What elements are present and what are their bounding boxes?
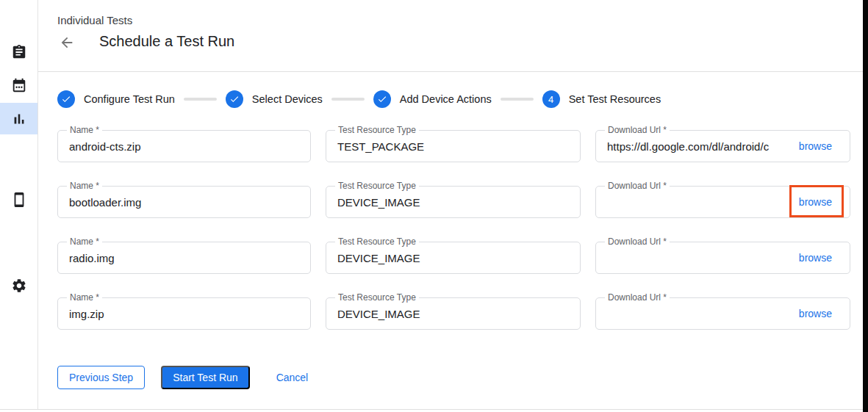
name-input[interactable] xyxy=(69,187,303,217)
step-set-test-resources[interactable]: 4 Set Test Resources xyxy=(542,90,661,108)
cancel-button[interactable]: Cancel xyxy=(276,366,309,389)
sidebar-item-test-plans[interactable] xyxy=(0,69,37,101)
step-label: Configure Test Run xyxy=(84,93,175,105)
calendar-icon xyxy=(11,77,27,93)
breadcrumb: Individual Tests xyxy=(57,14,132,26)
download-url-field: Download Url * browse xyxy=(595,242,850,274)
download-url-input[interactable] xyxy=(607,187,786,217)
test-resource-type-input[interactable] xyxy=(337,131,573,161)
check-icon xyxy=(61,94,71,104)
header-divider xyxy=(38,71,863,72)
smartphone-icon xyxy=(11,192,27,208)
name-input[interactable] xyxy=(69,131,303,161)
download-url-input[interactable] xyxy=(607,299,786,328)
sidebar-item-devices[interactable] xyxy=(0,184,37,215)
test-resource-type-field: Test Resource Type xyxy=(326,186,581,218)
step-number: 4 xyxy=(548,94,553,105)
download-url-field: Download Url * browse xyxy=(595,297,850,330)
settings-icon xyxy=(11,278,27,294)
bar-chart-icon xyxy=(11,111,27,127)
test-resource-type-field: Test Resource Type xyxy=(326,297,581,330)
name-input[interactable] xyxy=(69,243,303,272)
bottom-divider xyxy=(0,409,863,410)
check-icon xyxy=(229,94,240,104)
name-field: Name * xyxy=(57,297,311,330)
browse-button[interactable]: browse xyxy=(799,298,832,329)
name-field: Name * xyxy=(57,242,311,274)
browse-button[interactable]: browse xyxy=(799,131,832,162)
previous-step-button[interactable]: Previous Step xyxy=(57,366,145,389)
name-input[interactable] xyxy=(69,299,303,328)
step-label: Select Devices xyxy=(252,93,323,105)
step-indicator xyxy=(57,90,75,108)
action-bar: Previous Step Start Test Run Cancel xyxy=(57,366,308,389)
stepper-connector xyxy=(501,98,534,101)
step-add-device-actions[interactable]: Add Device Actions xyxy=(373,90,492,108)
page-title: Schedule a Test Run xyxy=(99,33,234,50)
test-resource-type-field: Test Resource Type xyxy=(326,242,581,274)
test-resource-type-input[interactable] xyxy=(337,299,573,328)
assignment-icon xyxy=(11,44,27,60)
download-url-input[interactable] xyxy=(607,243,786,272)
download-url-field: Download Url * browse xyxy=(595,186,850,218)
sidebar-item-test-results[interactable] xyxy=(0,103,37,134)
test-resource-type-input[interactable] xyxy=(337,243,573,272)
check-icon xyxy=(377,94,387,104)
download-url-field: Download Url * browse xyxy=(595,130,850,162)
step-label: Set Test Resources xyxy=(569,93,661,105)
test-resource-type-field: Test Resource Type xyxy=(326,130,581,162)
download-url-input[interactable] xyxy=(607,131,786,161)
test-resource-type-input[interactable] xyxy=(337,187,573,217)
step-configure-test-run[interactable]: Configure Test Run xyxy=(57,90,175,108)
sidebar-item-settings[interactable] xyxy=(0,270,37,301)
step-label: Add Device Actions xyxy=(400,93,492,105)
step-indicator: 4 xyxy=(542,90,560,108)
stepper: Configure Test Run Select Devices Add De… xyxy=(57,90,661,108)
sidebar-item-tests[interactable] xyxy=(0,36,37,68)
arrow-back-icon xyxy=(59,35,75,51)
stepper-connector xyxy=(184,98,217,101)
test-resources-form: Name * Test Resource Type Download Url *… xyxy=(57,130,850,330)
name-field: Name * xyxy=(57,130,311,162)
start-test-run-button[interactable]: Start Test Run xyxy=(161,366,249,389)
name-field: Name * xyxy=(57,186,311,218)
back-button[interactable] xyxy=(58,34,76,51)
step-indicator xyxy=(373,90,391,108)
stepper-connector xyxy=(331,98,365,101)
step-indicator xyxy=(226,90,243,108)
window-right-edge xyxy=(863,0,868,412)
step-select-devices[interactable]: Select Devices xyxy=(226,90,323,108)
sidebar xyxy=(0,0,38,409)
browse-button-highlighted[interactable]: browse xyxy=(799,187,832,217)
browse-button[interactable]: browse xyxy=(799,242,832,273)
